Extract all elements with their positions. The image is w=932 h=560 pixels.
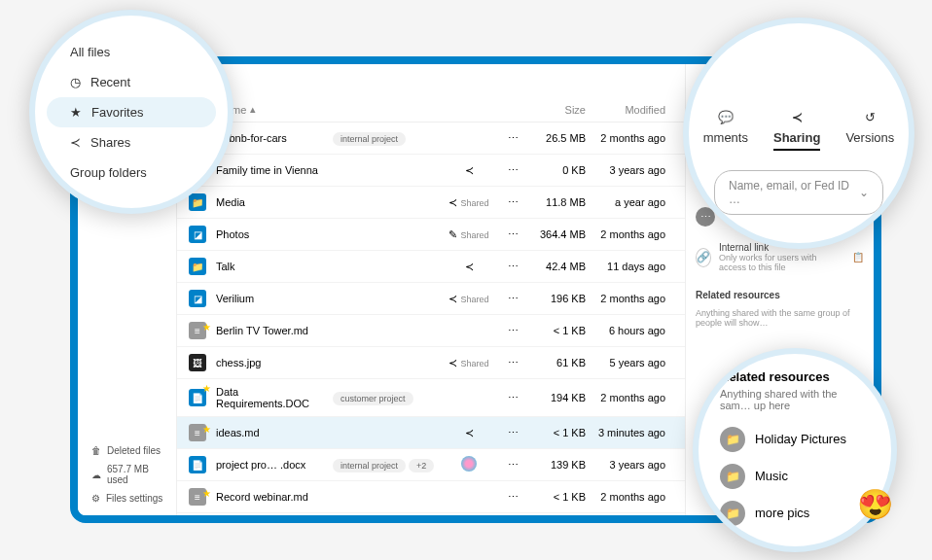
file-size: 42.4 MB <box>527 261 586 272</box>
more-icon[interactable]: ⋯ <box>498 325 527 337</box>
share-icon[interactable]: ≺ <box>465 164 474 176</box>
more-icon[interactable]: ⋯ <box>498 293 527 305</box>
history-icon: ↺ <box>865 110 876 124</box>
file-modified: 5 years ago <box>586 357 673 368</box>
col-modified[interactable]: Modified <box>586 104 673 116</box>
file-size: 196 KB <box>527 293 586 304</box>
file-tag[interactable]: customer project <box>333 392 413 405</box>
cloud-icon: ☁ <box>91 470 101 480</box>
tab-comments[interactable]: 💬mments <box>703 110 748 145</box>
tab-sharing[interactable]: ≺Sharing <box>773 110 820 151</box>
chevron-down-icon: ⌄ <box>859 186 869 199</box>
file-modified: 2 months ago <box>586 132 673 144</box>
magnifier-sharing: 💬mments ≺Sharing ↺Versions Name, email, … <box>683 18 914 249</box>
file-row[interactable]: 📄project pro… .docxinternal project +2⋯1… <box>177 449 685 481</box>
clipboard-icon[interactable]: 📋 <box>852 252 864 262</box>
share-icon[interactable]: ≺ <box>448 357 457 368</box>
file-icon: 📄 <box>189 456 206 473</box>
edit-icon[interactable]: ✎ <box>448 228 457 240</box>
file-size: 194 KB <box>527 392 586 403</box>
sort-name[interactable]: Name ▴ <box>218 103 333 116</box>
file-modified: 2 months ago <box>586 491 673 503</box>
star-icon: ★ <box>70 105 82 120</box>
tag-more[interactable]: +2 <box>409 459 434 472</box>
file-name: ★Berlin TV Tower.md <box>216 325 333 336</box>
nav-recent[interactable]: ◷Recent <box>35 67 228 97</box>
more-icon[interactable]: ⋯ <box>498 357 527 369</box>
file-row[interactable]: 📁Talk≺⋯42.4 MB11 days ago <box>177 251 685 283</box>
file-row[interactable]: ≡★Berlin TV Tower.md⋯< 1 KB6 hours ago <box>177 315 685 347</box>
related-item[interactable]: 📁Music <box>720 458 870 495</box>
magnifier-related: Related resources Anything shared with t… <box>693 348 897 552</box>
more-icon[interactable]: ⋯ <box>498 132 527 145</box>
share-icon[interactable]: ≺ <box>465 427 474 438</box>
file-size: < 1 KB <box>527 325 586 336</box>
tab-versions[interactable]: ↺Versions <box>845 110 894 145</box>
nav-shares[interactable]: ≺Shares <box>35 127 228 158</box>
file-row[interactable]: 📁Airbnb-for-carsinternal project⋯26.5 MB… <box>177 122 685 155</box>
file-size: < 1 KB <box>527 427 586 438</box>
file-row[interactable]: ≡★ideas.md≺⋯< 1 KB3 minutes ago <box>177 417 685 449</box>
related-item[interactable]: 📁more pics <box>720 495 870 532</box>
file-modified: 2 months ago <box>586 228 673 240</box>
file-row[interactable]: 🖼chess.jpg≺ Shared⋯61 KB5 years ago <box>177 347 685 379</box>
file-name: Media <box>216 196 333 208</box>
related-sub: Anything shared with the sam… up here <box>720 388 870 411</box>
nav-all-files[interactable]: All files <box>35 37 228 67</box>
file-name: Verilium <box>216 293 333 304</box>
star-icon: ★ <box>202 383 211 394</box>
file-row[interactable]: 📄★Data Requirements.DOCcustomer project⋯… <box>177 379 685 417</box>
share-icon[interactable]: ≺ <box>448 196 457 208</box>
file-tag[interactable]: internal project <box>333 132 406 146</box>
file-icon: 📁 <box>189 258 206 275</box>
file-name: Airbnb-for-cars <box>216 132 333 144</box>
sidebar-storage: ☁657.7 MB used <box>78 460 176 489</box>
more-icon[interactable]: ⋯ <box>498 392 527 404</box>
folder-icon: 📁 <box>720 464 745 489</box>
share-cell <box>440 456 498 473</box>
more-icon[interactable]: ⋯ <box>498 228 527 241</box>
file-size: 139 KB <box>527 459 586 471</box>
file-name: ★Record webinar.md <box>216 491 333 503</box>
col-size[interactable]: Size <box>527 104 586 116</box>
file-tag[interactable]: internal project <box>333 459 406 472</box>
file-row[interactable]: ◪Photos✎ Shared⋯364.4 MB2 months ago <box>177 219 685 251</box>
share-search-large[interactable]: Name, email, or Fed ID …⌄ <box>714 170 883 215</box>
file-modified: 3 years ago <box>586 459 673 471</box>
file-name: ★Data Requirements.DOC <box>216 386 333 409</box>
more-icon[interactable]: ⋯ <box>498 261 527 273</box>
more-icon[interactable]: ⋯ <box>498 459 527 472</box>
more-icon[interactable]: ⋯ <box>498 196 527 209</box>
avatar[interactable] <box>461 456 477 472</box>
more-icon[interactable]: ⋯ <box>498 491 527 504</box>
nav-favorites[interactable]: ★Favorites <box>47 97 216 127</box>
more-icon[interactable]: ⋯ <box>498 164 527 177</box>
file-modified: 2 months ago <box>586 293 673 304</box>
gear-icon: ⚙ <box>91 493 100 504</box>
file-name: project pro… .docx <box>216 459 333 471</box>
file-icon: ◪ <box>189 290 206 307</box>
list-header: Name ▴ Size Modified <box>177 97 685 122</box>
share-cell: ≺ Shared <box>440 196 498 209</box>
share-icon: ≺ <box>792 110 803 124</box>
sidebar-settings[interactable]: ⚙Files settings <box>78 489 176 508</box>
share-cell: ≺ Shared <box>440 293 498 305</box>
related-heading: Related resources <box>720 369 870 384</box>
file-modified: 11 days ago <box>586 261 673 272</box>
file-modified: 6 hours ago <box>586 325 673 336</box>
related-heading: Related resources <box>696 290 864 300</box>
file-row[interactable]: 📁Media≺ Shared⋯11.8 MBa year ago <box>177 187 685 219</box>
file-name: Talk <box>216 261 333 272</box>
share-icon[interactable]: ≺ <box>465 261 474 272</box>
clock-icon: ◷ <box>70 75 81 89</box>
more-icon[interactable]: ⋯ <box>498 427 527 439</box>
related-item[interactable]: 📁Holiday Pictures <box>720 421 870 458</box>
file-row[interactable]: ◪Verilium≺ Shared⋯196 KB2 months ago <box>177 283 685 315</box>
file-row[interactable]: ≡★Record webinar.md⋯< 1 KB2 months ago <box>177 481 685 513</box>
sidebar-deleted[interactable]: 🗑Deleted files <box>78 441 176 460</box>
file-name: ★ideas.md <box>216 427 333 438</box>
file-row[interactable]: 📁Family time in Vienna≺⋯0 KB3 years ago <box>177 155 685 187</box>
share-icon[interactable]: ≺ <box>448 293 457 304</box>
nav-group-folders[interactable]: Group folders <box>35 158 228 188</box>
share-cell: ≺ <box>440 164 498 177</box>
